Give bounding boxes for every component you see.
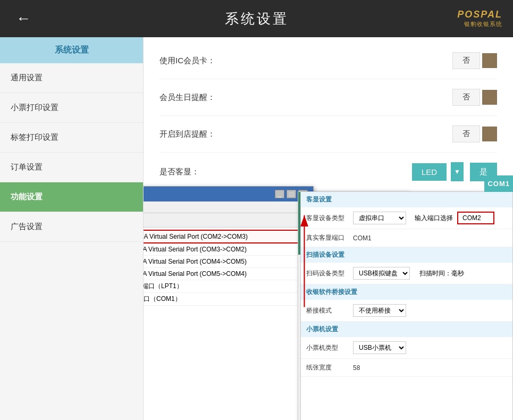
ic-card-value: 否 [452,52,497,69]
cm-right-panel: 🔌 ELTIMA Virtual Serial Port (COM2->COM3… [144,228,313,420]
computer-management-window: 计算机管理 _ □ ✕ 文件(F) 操作(A) 查看(V) 帮助(H) ← → … [144,186,314,420]
logo-text: POSPAL [457,9,502,20]
birthday-label: 会员生日提醒： [159,93,245,103]
sidebar-header: 系统设置 [0,37,143,63]
cm-device-eltima-3[interactable]: 🔌 ELTIMA Virtual Serial Port (COM4->COM5… [144,256,311,268]
led-down-btn[interactable]: ▼ [451,162,464,181]
cm-device-eltima-1[interactable]: 🔌 ELTIMA Virtual Serial Port (COM2->COM3… [144,230,311,243]
cm-device-printer-port[interactable]: 🖨 打印机端口（LPT1） [144,280,311,293]
cm-device-eltima-4[interactable]: 🔌 ELTIMA Virtual Serial Port (COM5->COM4… [144,268,311,280]
sidebar: 系统设置 通用设置 小票打印设置 标签打印设置 订单设置 功能设置 广告设置 [0,37,144,420]
rp-real-display-port-row: 真实客显端口 COM1 [301,229,512,247]
rp-receipt-type-select[interactable]: USB小票机 [353,341,406,354]
sidebar-item-label[interactable]: 标签打印设置 [0,123,143,153]
rp-bridge-mode-select[interactable]: 不使用桥接 [353,304,406,317]
rp-customer-display-type-select[interactable]: 虚拟串口 [353,212,406,224]
rp-customer-display-type-label: 客显设备类型 [306,214,349,223]
rp-input-port-label: 输入端口选择 [415,214,453,223]
birthday-row: 会员生日提醒： 否 [159,79,497,116]
birthday-brown-btn[interactable] [482,90,497,105]
sidebar-item-general[interactable]: 通用设置 [0,63,143,93]
rp-section-bridge: 收银软件桥接设置 [301,284,512,300]
ic-card-label: 使用IC会员卡： [159,56,245,66]
store-reminder-brown-btn[interactable] [482,127,497,141]
rp-bridge-mode-label: 桥接模式 [306,306,349,315]
cm-device-eltima-2[interactable]: 🔌 ELTIMA Virtual Serial Port (COM3->COM2… [144,243,311,256]
rp-section-customer-display: 客显设置 [301,192,512,207]
store-reminder-label: 开启到店提醒： [159,129,245,139]
cm-device-com1[interactable]: 🔌 通信端口（COM1） [144,293,311,306]
rp-bridge-mode-row: 桥接模式 不使用桥接 [301,300,512,322]
logo: POSPAL 银豹收银系统 [457,9,502,28]
cm-menubar: 文件(F) 操作(A) 查看(V) 帮助(H) [144,201,313,213]
ic-card-brown-btn[interactable] [482,53,497,68]
rp-paper-width-label: 纸张宽度 [306,363,349,372]
cm-body: ▼🖥计算机管理(本地) ▶🔧系统工具 📋IDE ATA/ATAPI 控制器 📋处… [144,228,313,420]
rp-input-port-value[interactable]: COM2 [457,212,494,224]
led-btn[interactable]: LED [412,163,447,181]
back-button[interactable]: ← [16,10,31,27]
ic-card-row: 使用IC会员卡： 否 [159,43,497,79]
rp-paper-width-value: 58 [353,364,360,372]
cm-minimize-btn[interactable]: _ [275,190,284,198]
page-title: 系统设置 [225,10,289,28]
content-area: 使用IC会员卡： 否 会员生日提醒： 否 开启到店提醒： 否 [144,37,513,420]
birthday-value: 否 [452,89,497,106]
rp-scan-device-type-label: 扫码设备类型 [306,269,349,278]
customer-display-label: 是否客显： [159,167,245,177]
ic-card-no-btn[interactable]: 否 [452,52,480,69]
cm-titlebar: 计算机管理 _ □ ✕ [144,187,313,201]
birthday-no-btn[interactable]: 否 [452,89,480,106]
rp-paper-width-row: 纸张宽度 58 [301,359,512,377]
store-reminder-row: 开启到店提醒： 否 [159,116,497,153]
rp-real-display-port-value: COM1 [353,234,372,242]
cm-restore-btn[interactable]: □ [287,190,296,198]
store-reminder-no-btn[interactable]: 否 [452,125,480,142]
sidebar-item-order[interactable]: 订单设置 [0,153,143,182]
header: ← 系统设置 POSPAL 银豹收银系统 [0,0,513,37]
logo-sub: 银豹收银系统 [464,20,502,28]
rp-real-display-port-label: 真实客显端口 [306,233,349,242]
rp-section-scan-device: 扫描设备设置 [301,247,512,263]
sidebar-item-receipt[interactable]: 小票打印设置 [0,93,143,123]
store-reminder-value: 否 [452,125,497,142]
rp-section-receipt: 小票机设置 [301,322,512,337]
right-settings-panel: 客显设置 客显设备类型 虚拟串口 输入端口选择 COM2 真实客显端口 COM1… [300,191,513,420]
cm-toolbar: ← → ↑ ✕ ? [144,213,313,228]
sidebar-item-ads[interactable]: 广告设置 [0,212,143,242]
comi-badge: COM1 [484,175,513,192]
main-layout: 系统设置 通用设置 小票打印设置 标签打印设置 订单设置 功能设置 广告设置 使… [0,37,513,420]
rp-receipt-type-row: 小票机类型 USB小票机 [301,337,512,359]
sidebar-item-function[interactable]: 功能设置 [0,182,143,212]
rp-customer-display-type-row: 客显设备类型 虚拟串口 输入端口选择 COM2 [301,207,512,229]
rp-scan-time-label: 扫描时间：毫秒 [419,269,464,278]
rp-receipt-type-label: 小票机类型 [306,343,349,352]
rp-scan-device-type-row: 扫码设备类型 USB模拟键盘 扫描时间：毫秒 [301,263,512,284]
rp-scan-device-type-select[interactable]: USB模拟键盘 [353,267,410,280]
